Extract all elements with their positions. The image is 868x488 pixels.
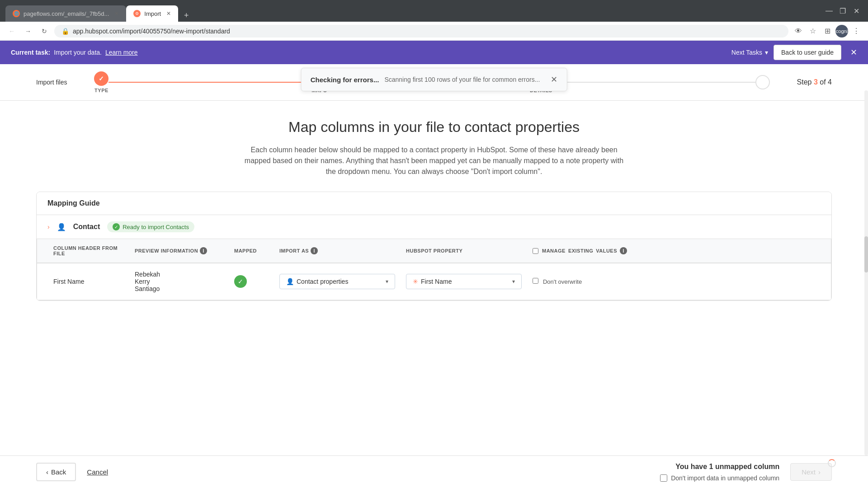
window-controls: — ❐ ✕ xyxy=(823,5,863,17)
cancel-button[interactable]: Cancel xyxy=(87,468,108,476)
mapping-table: COLUMN HEADER FROM FILE PREVIEW INFORMAT… xyxy=(37,239,831,300)
footer-left: ‹ Back Cancel xyxy=(36,463,108,481)
refresh-button[interactable]: ↻ xyxy=(38,25,51,38)
row1-col1-text: First Name xyxy=(53,278,84,285)
col6-header-line2: EXISTING xyxy=(568,248,593,253)
manage-header-text: MANAGE EXISTING VALUES i xyxy=(542,247,627,254)
manage-all-checkbox[interactable] xyxy=(533,248,538,254)
step-number: 3 xyxy=(814,78,818,86)
row1-mapped-check-icon: ✓ xyxy=(234,275,247,288)
tab2-label: Import xyxy=(144,10,161,17)
step-line-3 xyxy=(552,82,755,83)
col6-header-line3: VALUES xyxy=(596,248,617,253)
mapping-guide-header: Mapping Guide xyxy=(37,192,831,215)
task-banner: Current task: Import your data. Learn mo… xyxy=(0,41,868,64)
back-label: Back xyxy=(51,468,66,476)
chevron-right-icon[interactable]: › xyxy=(47,223,50,230)
footer: ‹ Back Cancel You have 1 unmapped column… xyxy=(0,455,868,488)
col2-info-icon[interactable]: i xyxy=(200,247,207,254)
profile-badge[interactable]: Incognito xyxy=(835,25,848,38)
browser-chrome: 🌐 pageflows.com/_emails/_7fb5d... ✕ ⚙ Im… xyxy=(0,0,868,22)
row1-dropdown-arrow-icon: ▾ xyxy=(386,278,388,285)
ready-check-icon: ✓ xyxy=(113,223,120,230)
next-tasks-button[interactable]: Next Tasks ▾ xyxy=(731,49,768,56)
col1-header: COLUMN HEADER FROM FILE xyxy=(48,239,129,263)
col4-header-text: IMPORT AS xyxy=(279,248,309,253)
next-tasks-label: Next Tasks xyxy=(731,49,762,56)
col5-header: HUBSPOT PROPERTY xyxy=(401,239,527,263)
contact-person-icon: 👤 xyxy=(57,223,66,231)
back-to-guide-button[interactable]: Back to user guide xyxy=(774,45,841,60)
row1-dont-overwrite-text: Don't overwrite xyxy=(543,278,582,285)
star-icon[interactable]: ☆ xyxy=(807,25,819,38)
col4-info-icon[interactable]: i xyxy=(311,247,318,254)
next-button[interactable]: Next › xyxy=(790,463,832,481)
import-files-label: Import files xyxy=(36,79,67,86)
browser-tab-2[interactable]: ⚙ Import ✕ xyxy=(126,5,178,22)
error-banner: Checking for errors... Scanning first 10… xyxy=(301,68,567,91)
col4-header: IMPORT AS i xyxy=(274,239,401,263)
step-of-label: Step 3 of 4 xyxy=(797,78,832,86)
error-banner-message: Scanning first 100 rows of your file for… xyxy=(384,76,540,83)
scrollbar-thumb[interactable] xyxy=(864,236,868,272)
table-row: First Name Rebekah Kerry Santiago ✓ 👤 Co… xyxy=(37,263,831,300)
learn-more-link[interactable]: Learn more xyxy=(105,49,138,56)
row1-person-icon: 👤 xyxy=(286,278,294,285)
dont-import-checkbox[interactable] xyxy=(660,474,667,482)
browser-tab-1[interactable]: 🌐 pageflows.com/_emails/_7fb5d... ✕ xyxy=(5,5,126,22)
row1-col1: First Name xyxy=(48,271,129,292)
footer-right: You have 1 unmapped column Don't import … xyxy=(660,463,832,482)
url-bar[interactable]: 🔒 app.hubspot.com/import/40055750/new-im… xyxy=(54,25,788,38)
col6-info-icon[interactable]: i xyxy=(620,247,627,254)
minimize-button[interactable]: — xyxy=(823,5,835,17)
task-banner-content: Current task: Import your data. Learn mo… xyxy=(11,49,138,56)
row1-col4: 👤 Contact properties ▾ xyxy=(274,267,401,296)
close-window-button[interactable]: ✕ xyxy=(850,5,863,17)
back-arrow-icon: ‹ xyxy=(46,468,48,476)
progress-section: Import files ✓ TYPE ✓ MAPS DETAILS Check… xyxy=(0,64,868,101)
col2-header-text: PREVIEW INFORMATION xyxy=(135,248,198,253)
page-title: Map columns in your file to contact prop… xyxy=(36,119,832,136)
banner-close-icon[interactable]: ✕ xyxy=(850,47,857,57)
step-counter: Step 3 of 4 xyxy=(797,78,832,86)
row1-preview-line1: Rebekah xyxy=(135,271,223,278)
col6-header-line1: MANAGE xyxy=(542,248,566,253)
scrollbar[interactable] xyxy=(864,90,868,455)
new-tab-button[interactable]: + xyxy=(180,9,193,22)
row1-hubspot-arrow-icon: ▾ xyxy=(512,278,515,285)
forward-nav-button[interactable]: → xyxy=(22,25,34,38)
task-title: Import your data. xyxy=(54,49,102,56)
contact-label: Contact xyxy=(73,223,100,231)
back-nav-button[interactable]: ← xyxy=(5,25,18,38)
ready-label: Ready to import Contacts xyxy=(123,224,189,230)
row1-hubspot-prop-dropdown[interactable]: ✳ First Name ▾ xyxy=(406,274,522,289)
step-4-circle xyxy=(755,75,770,89)
row1-col5: ✳ First Name ▾ xyxy=(401,267,527,296)
error-banner-close-icon[interactable]: ✕ xyxy=(551,75,557,84)
row1-col3: ✓ xyxy=(229,268,274,295)
main-content: Map columns in your file to contact prop… xyxy=(0,101,868,301)
tab2-close-icon[interactable]: ✕ xyxy=(166,10,171,17)
unmapped-notice: You have 1 unmapped column Don't import … xyxy=(660,463,779,482)
loading-spinner xyxy=(828,459,836,467)
row1-overwrite-checkbox[interactable] xyxy=(533,278,538,284)
row1-import-as-dropdown[interactable]: 👤 Contact properties ▾ xyxy=(279,274,395,289)
eye-icon[interactable]: 👁 xyxy=(792,25,805,38)
table-header: COLUMN HEADER FROM FILE PREVIEW INFORMAT… xyxy=(37,239,831,263)
lock-icon: 🔒 xyxy=(61,28,69,35)
step-type: ✓ TYPE xyxy=(94,71,108,93)
dont-import-label: Don't import data in unmapped column xyxy=(671,474,779,482)
restore-button[interactable]: ❐ xyxy=(836,5,849,17)
row1-preview-line2: Kerry xyxy=(135,278,223,285)
col3-header: MAPPED xyxy=(229,239,274,263)
back-button[interactable]: ‹ Back xyxy=(36,463,76,481)
row1-import-as-content: 👤 Contact properties xyxy=(286,278,348,285)
contact-row: › 👤 Contact ✓ Ready to import Contacts xyxy=(37,215,831,239)
url-text: app.hubspot.com/import/40055750/new-impo… xyxy=(73,28,230,35)
step-type-circle: ✓ xyxy=(94,71,108,86)
next-tasks-chevron-icon: ▾ xyxy=(765,49,768,56)
unmapped-option: Don't import data in unmapped column xyxy=(660,474,779,482)
menu-icon[interactable]: ⋮ xyxy=(850,25,863,38)
next-label: Next xyxy=(802,468,816,476)
tab1-close-icon[interactable]: ✕ xyxy=(114,10,119,17)
